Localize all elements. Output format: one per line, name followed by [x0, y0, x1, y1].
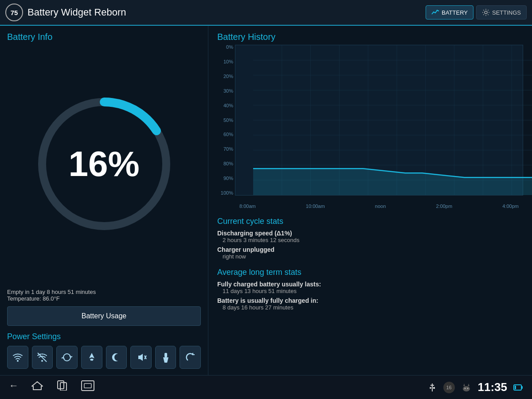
stat-discharging-label: Discharging speed (Δ1%)	[217, 230, 523, 237]
stat-charger-value: right now	[217, 253, 523, 260]
battery-stats: Empty in 1 day 8 hours 51 minutes Temper…	[7, 285, 201, 306]
sleep-mode-button[interactable]	[106, 346, 127, 369]
x-label-noon: noon	[375, 203, 386, 209]
left-panel: Battery Info 16% Empty in 1 day 8 hours …	[0, 26, 208, 375]
battery-status-icon	[513, 383, 523, 391]
chart-line-svg	[253, 45, 532, 195]
usb-icon	[427, 383, 437, 392]
y-label-10: 10%	[219, 59, 233, 64]
x-label-8am: 8:00am	[239, 203, 256, 209]
gear-icon	[482, 8, 490, 16]
power-settings-title: Power Settings	[7, 332, 201, 341]
cat-icon	[461, 383, 472, 392]
y-label-20: 20%	[219, 74, 233, 79]
y-label-60: 60%	[219, 132, 233, 137]
svg-marker-39	[463, 383, 465, 386]
avg-stats: Fully charged battery usually lasts: 11 …	[217, 281, 523, 313]
bottombar: ← 16 11:35	[0, 375, 532, 399]
svg-marker-29	[32, 382, 43, 390]
screenshot-button[interactable]	[81, 380, 95, 395]
stat-discharging-value: 2 hours 3 minutes 12 seconds	[217, 237, 523, 243]
avg-longterm-title: Average long term stats	[217, 268, 523, 277]
stat-charge-time: Battery is usually fully charged in: 8 d…	[217, 297, 523, 311]
battery-level-badge: 16	[443, 382, 455, 393]
chart-icon	[431, 8, 439, 16]
svg-point-2	[17, 360, 19, 362]
y-label-40: 40%	[219, 103, 233, 108]
topbar: 75 Battery Widget Reborn BATTERY SETTING…	[0, 0, 532, 26]
x-label-10am: 10:00am	[306, 203, 325, 209]
settings-tab-button[interactable]: SETTINGS	[476, 5, 527, 20]
wifi-on-button[interactable]	[7, 346, 28, 369]
stat-fully-charged-value: 11 days 13 hours 51 minutes	[217, 288, 523, 294]
stat-fully-charged-label: Fully charged battery usually lasts:	[217, 281, 523, 288]
stat-fully-charged: Fully charged battery usually lasts: 11 …	[217, 281, 523, 294]
wifi-off-button[interactable]	[32, 346, 53, 369]
rotate-button[interactable]	[180, 346, 201, 369]
svg-point-38	[463, 386, 470, 391]
chart-y-axis: 100% 90% 80% 70% 60% 50% 40% 30% 20% 10%…	[217, 45, 235, 196]
recents-button[interactable]	[56, 380, 68, 395]
x-label-4pm: 4:00pm	[502, 203, 519, 209]
home-button[interactable]	[31, 380, 43, 395]
stat-charger-label: Charger unplugged	[217, 246, 523, 253]
chart-area	[235, 45, 523, 196]
empty-time: Empty in 1 day 8 hours 51 minutes	[7, 289, 201, 295]
battery-history-chart: 100% 90% 80% 70% 60% 50% 40% 30% 20% 10%…	[217, 45, 523, 209]
y-label-70: 70%	[219, 147, 233, 152]
mute-button[interactable]	[130, 346, 152, 369]
svg-marker-28	[253, 168, 532, 195]
x-label-2pm: 2:00pm	[436, 203, 452, 209]
clock-display: 11:35	[478, 380, 508, 394]
right-panel: Battery History 100% 90% 80% 70% 60% 50%…	[208, 26, 532, 375]
svg-point-3	[41, 360, 43, 362]
svg-rect-37	[433, 387, 435, 389]
status-icons: 16 11:35	[427, 380, 524, 394]
y-label-90: 90%	[219, 176, 233, 181]
nav-icons: ←	[9, 380, 427, 395]
svg-marker-40	[468, 383, 469, 386]
temperature: Temperature: 86.0°F	[7, 295, 201, 302]
svg-point-41	[464, 387, 466, 389]
app-title: Battery Widget Reborn	[27, 7, 426, 18]
current-cycle-title: Current cycle stats	[217, 217, 523, 226]
svg-marker-5	[138, 354, 143, 361]
chart-x-axis: 8:00am 10:00am noon 2:00pm 4:00pm	[235, 196, 523, 209]
battery-info-title: Battery Info	[7, 32, 201, 42]
svg-marker-9	[163, 357, 168, 363]
y-label-0: 0%	[219, 45, 233, 50]
power-icons-row	[7, 346, 201, 369]
sync-button[interactable]	[56, 346, 78, 369]
y-label-50: 50%	[219, 118, 233, 123]
stat-charge-time-value: 8 days 16 hours 27 minutes	[217, 304, 523, 311]
flashlight-button[interactable]	[155, 346, 176, 369]
stat-charger: Charger unplugged right now	[217, 246, 523, 260]
cycle-stats: Discharging speed (Δ1%) 2 hours 3 minute…	[217, 230, 523, 262]
y-label-100: 100%	[219, 191, 233, 196]
back-button[interactable]: ←	[9, 380, 19, 395]
battery-history-title: Battery History	[217, 32, 523, 42]
svg-rect-45	[521, 386, 523, 389]
stat-discharging: Discharging speed (Δ1%) 2 hours 3 minute…	[217, 230, 523, 243]
topbar-actions: BATTERY SETTINGS	[426, 5, 527, 20]
svg-point-42	[467, 387, 468, 389]
svg-point-36	[430, 387, 431, 389]
battery-badge: 75	[5, 4, 23, 21]
y-label-30: 30%	[219, 89, 233, 94]
svg-rect-44	[515, 386, 516, 389]
main-content: Battery Info 16% Empty in 1 day 8 hours …	[0, 26, 532, 375]
svg-rect-33	[84, 383, 91, 388]
svg-rect-32	[82, 381, 94, 391]
svg-rect-8	[164, 353, 167, 357]
svg-point-0	[485, 11, 487, 14]
battery-percent-display: 16%	[68, 146, 139, 182]
donut-chart-container: 16%	[7, 47, 201, 282]
battery-usage-button[interactable]: Battery Usage	[7, 306, 201, 326]
y-label-80: 80%	[219, 161, 233, 166]
battery-percent-value: 16%	[68, 144, 139, 184]
airplane-mode-button[interactable]	[81, 346, 102, 369]
battery-tab-button[interactable]: BATTERY	[426, 5, 473, 20]
stat-charge-time-label: Battery is usually fully charged in:	[217, 297, 523, 304]
